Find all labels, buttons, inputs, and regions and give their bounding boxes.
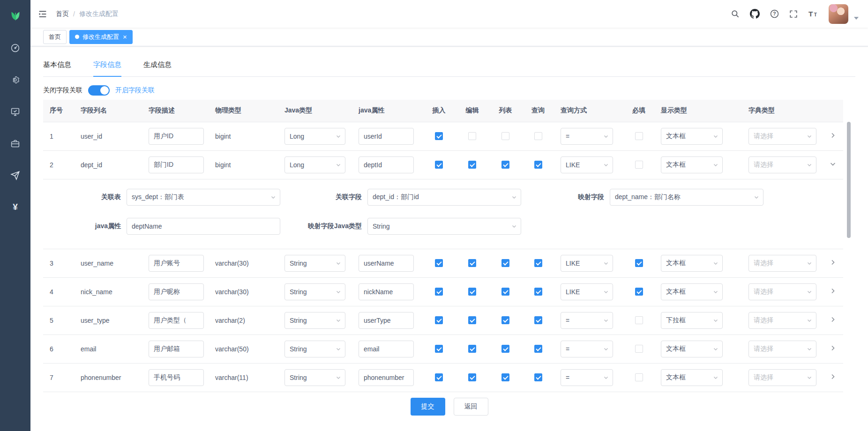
java-field-input[interactable] [359, 128, 414, 145]
html-type-select[interactable]: 文本框 [661, 341, 723, 357]
dict-type-select[interactable]: 请选择 [748, 312, 816, 329]
scrollbar-thumb[interactable] [847, 122, 851, 238]
required-checkbox[interactable] [635, 259, 643, 267]
insert-checkbox[interactable] [435, 345, 443, 353]
query-type-select[interactable]: = [561, 128, 613, 145]
query-checkbox[interactable] [534, 288, 542, 296]
java-field-input[interactable] [359, 369, 414, 386]
query-checkbox[interactable] [534, 373, 542, 381]
detail-field-input[interactable] [127, 218, 280, 235]
java-type-select[interactable]: Long [284, 156, 345, 173]
query-type-select[interactable]: = [561, 312, 613, 329]
query-type-select[interactable]: LIKE [561, 255, 613, 272]
insert-checkbox[interactable] [435, 288, 443, 296]
java-type-select[interactable]: String [284, 255, 345, 272]
html-type-select[interactable]: 文本框 [661, 255, 723, 272]
github-icon[interactable] [750, 9, 760, 19]
expand-row-icon[interactable] [830, 161, 836, 167]
html-type-select[interactable]: 文本框 [661, 283, 723, 300]
chevron-down-icon[interactable] [854, 17, 859, 20]
edit-checkbox[interactable] [468, 345, 476, 353]
paper-plane-icon[interactable] [10, 170, 21, 181]
description-input[interactable] [149, 283, 204, 300]
description-input[interactable] [149, 341, 204, 357]
search-icon[interactable] [731, 9, 740, 18]
java-field-input[interactable] [359, 156, 414, 173]
required-checkbox[interactable] [635, 345, 643, 353]
list-checkbox[interactable] [501, 373, 509, 381]
description-input[interactable] [149, 156, 204, 173]
dict-type-select[interactable]: 请选择 [748, 128, 816, 145]
tag-gen-config[interactable]: 修改生成配置 × [69, 30, 133, 44]
tab-basic-info[interactable]: 基本信息 [43, 56, 71, 76]
java-field-input[interactable] [359, 283, 414, 300]
list-checkbox[interactable] [501, 316, 509, 324]
dict-type-select[interactable]: 请选择 [748, 369, 816, 386]
java-field-input[interactable] [359, 341, 414, 357]
query-checkbox[interactable] [534, 161, 542, 169]
html-type-select[interactable]: 文本框 [661, 369, 723, 386]
expand-row-icon[interactable] [830, 288, 836, 294]
fullscreen-icon[interactable] [789, 10, 798, 18]
description-input[interactable] [149, 128, 204, 145]
insert-checkbox[interactable] [435, 161, 443, 169]
java-type-select[interactable]: String [284, 369, 345, 386]
required-checkbox[interactable] [635, 288, 643, 296]
query-type-select[interactable]: LIKE [561, 156, 613, 173]
java-type-select[interactable]: String [284, 312, 345, 329]
dashboard-icon[interactable] [10, 42, 21, 53]
insert-checkbox[interactable] [435, 259, 443, 267]
edit-checkbox[interactable] [468, 373, 476, 381]
java-type-select[interactable]: String [284, 283, 345, 300]
query-checkbox[interactable] [534, 259, 542, 267]
tab-gen-info[interactable]: 生成信息 [143, 56, 172, 76]
description-input[interactable] [149, 255, 204, 272]
required-checkbox[interactable] [635, 373, 643, 381]
font-size-icon[interactable]: T T [808, 9, 818, 19]
java-field-input[interactable] [359, 255, 414, 272]
java-type-select[interactable]: Long [284, 128, 345, 145]
user-avatar[interactable] [829, 4, 848, 24]
briefcase-icon[interactable] [10, 138, 21, 149]
query-checkbox[interactable] [534, 316, 542, 324]
required-checkbox[interactable] [635, 316, 643, 324]
list-checkbox[interactable] [501, 345, 509, 353]
gear-icon[interactable] [10, 74, 21, 85]
list-checkbox[interactable] [501, 132, 509, 140]
required-checkbox[interactable] [635, 161, 643, 169]
detail-field-select[interactable]: sys_dept：部门表 [127, 189, 280, 206]
html-type-select[interactable]: 下拉框 [661, 312, 723, 329]
query-checkbox[interactable] [534, 132, 542, 140]
relation-toggle[interactable] [88, 85, 110, 96]
list-checkbox[interactable] [501, 288, 509, 296]
detail-field-select[interactable]: String [367, 218, 521, 235]
insert-checkbox[interactable] [435, 132, 443, 140]
expand-row-icon[interactable] [830, 316, 836, 323]
query-type-select[interactable]: = [561, 341, 613, 357]
expand-row-icon[interactable] [830, 373, 836, 380]
app-logo[interactable] [0, 0, 30, 28]
edit-checkbox[interactable] [468, 161, 476, 169]
detail-field-select[interactable]: dept_id：部门id [367, 189, 521, 206]
java-field-input[interactable] [359, 312, 414, 329]
query-type-select[interactable]: LIKE [561, 283, 613, 300]
insert-checkbox[interactable] [435, 373, 443, 381]
breadcrumb-home[interactable]: 首页 [56, 10, 69, 18]
close-icon[interactable]: × [123, 33, 127, 40]
dict-type-select[interactable]: 请选择 [748, 283, 816, 300]
edit-checkbox[interactable] [468, 288, 476, 296]
edit-checkbox[interactable] [468, 259, 476, 267]
query-type-select[interactable]: = [561, 369, 613, 386]
detail-field-select[interactable]: dept_name：部门名称 [610, 189, 763, 206]
required-checkbox[interactable] [635, 132, 643, 140]
expand-row-icon[interactable] [830, 132, 836, 139]
monitor-icon[interactable] [10, 106, 21, 117]
back-button[interactable]: 返回 [454, 398, 488, 416]
scrollbar-track[interactable] [847, 122, 851, 391]
submit-button[interactable]: 提交 [411, 398, 445, 416]
yen-icon[interactable]: ¥ [10, 201, 21, 213]
dict-type-select[interactable]: 请选择 [748, 255, 816, 272]
tab-field-info[interactable]: 字段信息 [93, 56, 121, 76]
html-type-select[interactable]: 文本框 [661, 156, 723, 173]
list-checkbox[interactable] [501, 259, 509, 267]
